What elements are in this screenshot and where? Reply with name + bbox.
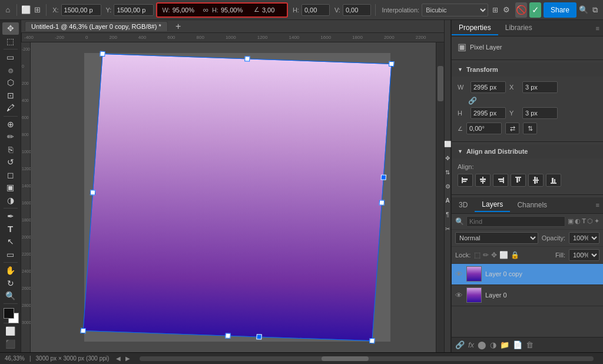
object-select-tool[interactable]: ⬡	[2, 77, 19, 89]
align-bottom-edge-button[interactable]	[546, 174, 561, 187]
align-h-center-button[interactable]	[475, 174, 491, 187]
align-right-edge-button[interactable]	[493, 174, 508, 187]
new-tab-button[interactable]: +	[171, 20, 185, 34]
transform-section-header[interactable]: ▼ Transform	[452, 62, 603, 77]
select-icon[interactable]: ⬜	[21, 3, 31, 17]
v-input[interactable]	[343, 4, 371, 16]
more-align-options[interactable]: •••	[458, 187, 597, 192]
horizontal-scrollbar[interactable]	[140, 356, 594, 361]
w-input[interactable]	[171, 5, 202, 15]
flip-h-button[interactable]: ⇄	[505, 123, 519, 134]
h-input[interactable]	[220, 5, 250, 15]
lock-transparent-icon[interactable]: ⬚	[474, 251, 481, 259]
move-tool[interactable]: ✥	[2, 22, 19, 35]
handle-edge-bottom[interactable]	[256, 334, 262, 339]
interpolation-select[interactable]: Bicubic Bilinear Nearest Neighbor	[422, 4, 488, 16]
share-button[interactable]: Share	[544, 2, 577, 18]
hand-tool[interactable]: ✋	[2, 264, 19, 277]
pen-tool[interactable]: ✒	[2, 210, 19, 223]
lock-artboard-icon[interactable]: ⬜	[499, 251, 508, 259]
handle-bottom-center[interactable]	[225, 333, 231, 338]
angle-input[interactable]	[261, 5, 284, 15]
link-layers-icon[interactable]: 🔗	[455, 340, 465, 349]
delete-layer-icon[interactable]: 🗑	[526, 340, 534, 349]
confirm-button[interactable]: ✓	[529, 2, 541, 18]
artboard-tool[interactable]: ⬚	[2, 35, 19, 48]
shape-tool[interactable]: ▭	[2, 248, 19, 260]
fill-select[interactable]: 100%	[569, 249, 599, 261]
opacity-select[interactable]: 100% 75% 50%	[569, 232, 599, 244]
cancel-button[interactable]: 🚫	[515, 2, 527, 18]
document-tab[interactable]: Untitled-1 @ 46,3% (Layer 0 copy, RGB/8#…	[25, 21, 168, 31]
flip-v-button[interactable]: ⇅	[523, 123, 537, 134]
dodge-tool[interactable]: ◑	[2, 194, 19, 207]
nav-next-icon[interactable]: ▶	[125, 355, 130, 362]
history-brush[interactable]: ↺	[2, 156, 19, 168]
canvas-viewport[interactable]	[31, 42, 444, 352]
layer-0-visibility[interactable]: 👁	[455, 291, 463, 300]
h2-input[interactable]	[302, 4, 330, 16]
zoom-tool[interactable]: 🔍	[2, 290, 19, 302]
fx-icon[interactable]: fx	[468, 340, 474, 349]
filter-adjustment-icon[interactable]: ◐	[575, 217, 581, 225]
nav-prev-icon[interactable]: ◀	[116, 355, 121, 362]
properties-tab[interactable]: Properties	[452, 21, 498, 35]
warp-icon[interactable]: ⊞	[491, 3, 499, 17]
filter-shape-icon[interactable]: ⬡	[587, 217, 593, 225]
marquee-tool[interactable]: ▭	[2, 51, 19, 64]
transform-angle-input[interactable]	[466, 123, 502, 134]
gradient-tool[interactable]: ▣	[2, 181, 19, 194]
eraser-tool[interactable]: ◻	[2, 168, 19, 181]
layers-tab[interactable]: Layers	[475, 198, 510, 212]
crop-tool[interactable]: ⊡	[2, 89, 19, 101]
horizontal-scroll-thumb[interactable]	[322, 356, 369, 361]
link-icon[interactable]: ∞	[203, 5, 208, 14]
align-left-edge-button[interactable]	[458, 174, 473, 187]
layer-0-copy-visibility[interactable]: 👁	[455, 270, 463, 279]
align-section-header[interactable]: ▼ Align and Distribute	[452, 144, 603, 158]
filter-pixel-icon[interactable]: ▣	[568, 217, 574, 225]
channels-tab[interactable]: Channels	[510, 198, 554, 211]
filter-type-icon[interactable]: T	[582, 217, 586, 225]
x-input[interactable]	[61, 4, 101, 16]
adjustment-icon[interactable]: ◑	[490, 340, 496, 349]
vertical-scrollbar[interactable]	[436, 42, 444, 352]
brush-tool[interactable]: ✏	[2, 131, 19, 143]
transform-y-input[interactable]	[522, 107, 558, 119]
3d-tab[interactable]: 3D	[452, 198, 475, 211]
arrange-icon[interactable]: ⧉	[591, 3, 599, 17]
lasso-tool[interactable]: ⌾	[2, 64, 19, 76]
color-swatches[interactable]	[2, 308, 19, 321]
foreground-color[interactable]	[4, 308, 14, 319]
transform-layer[interactable]	[84, 54, 392, 340]
filter-smart-icon[interactable]: ✦	[594, 217, 599, 225]
handle-top-left[interactable]	[100, 51, 105, 57]
new-layer-icon[interactable]: 📄	[513, 340, 522, 349]
handle-top-center[interactable]	[244, 56, 250, 61]
layers-menu-icon[interactable]: ≡	[592, 199, 603, 211]
blend-mode-select[interactable]: Normal Multiply Screen Overlay	[455, 232, 538, 244]
layer-0-item[interactable]: 👁 Layer 0	[452, 285, 603, 306]
transform-icon[interactable]: ⊞	[33, 3, 42, 17]
handle-middle-left[interactable]	[90, 190, 96, 195]
rotate-view-tool[interactable]: ↻	[2, 277, 19, 289]
handle-bottom-right[interactable]	[369, 338, 375, 343]
lock-all-icon[interactable]: 🔒	[511, 251, 519, 259]
handle-top-right[interactable]	[389, 61, 395, 67]
transform-x-input[interactable]	[522, 81, 558, 93]
eyedropper-tool[interactable]: 🖍	[2, 102, 19, 114]
transform-h-input[interactable]	[471, 107, 506, 119]
spot-heal-tool[interactable]: ⊕	[2, 118, 19, 130]
layers-kind-input[interactable]	[466, 216, 565, 227]
new-group-icon[interactable]: 📁	[500, 340, 509, 349]
transform-w-input[interactable]	[471, 81, 506, 93]
vertical-scroll-thumb[interactable]	[438, 66, 443, 101]
handle-bottom-left[interactable]	[80, 328, 86, 333]
y-input[interactable]	[114, 4, 154, 16]
lock-pixels-icon[interactable]: ✏	[483, 251, 489, 259]
layer-0-copy-item[interactable]: 👁 Layer 0 copy	[452, 264, 603, 285]
handle-edge-right[interactable]	[381, 174, 387, 180]
extra-options-icon[interactable]: ⚙	[502, 3, 511, 17]
libraries-tab[interactable]: Libraries	[498, 21, 539, 35]
home-icon[interactable]: ⌂	[4, 3, 12, 17]
